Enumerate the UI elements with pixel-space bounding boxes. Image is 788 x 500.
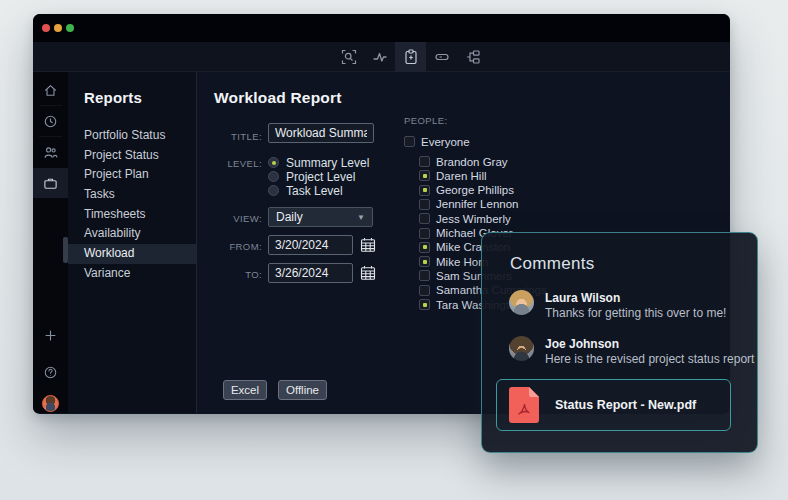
- report-list-item[interactable]: Portfolio Status: [68, 126, 196, 146]
- checkbox-label: Jennifer Lennon: [436, 198, 518, 210]
- person-checkbox-row[interactable]: Jennifer Lennon: [419, 198, 518, 211]
- comment-author-avatar: [509, 336, 534, 361]
- report-list-item[interactable]: Timesheets: [68, 205, 196, 225]
- home-icon[interactable]: [33, 75, 68, 105]
- report-list-item[interactable]: Project Status: [68, 146, 196, 166]
- comments-card: Comments Laura Wilson Thanks for getting…: [481, 232, 758, 453]
- comment-message-text: Here is the revised project status repor…: [545, 352, 754, 366]
- minimize-window-button[interactable]: [54, 24, 62, 32]
- app-toolbar: [33, 42, 730, 72]
- add-plus-icon[interactable]: [33, 320, 68, 350]
- excel-button[interactable]: Excel: [223, 380, 267, 400]
- comment-message-text: Thanks for getting this over to me!: [545, 306, 726, 320]
- checkbox[interactable]: [419, 285, 430, 296]
- checkbox[interactable]: [419, 199, 430, 210]
- checkbox[interactable]: [419, 270, 430, 281]
- checkbox[interactable]: [419, 156, 430, 167]
- toolbar-icon-group: [333, 42, 488, 72]
- checkbox[interactable]: [404, 136, 415, 147]
- desktop-background: Reports Portfolio Status Project Status …: [0, 0, 788, 500]
- report-list-item[interactable]: Project Plan: [68, 165, 196, 185]
- person-checkbox-row[interactable]: Brandon Gray: [419, 155, 508, 168]
- page-title: Workload Report: [214, 89, 342, 107]
- level-radio-row[interactable]: Task Level: [268, 185, 343, 197]
- checkbox-label: Everyone: [421, 136, 470, 148]
- from-field-label: FROM:: [202, 241, 262, 252]
- person-checkbox-row[interactable]: George Phillips: [419, 184, 514, 197]
- checkbox-label: Daren Hill: [436, 170, 487, 182]
- comments-title: Comments: [510, 254, 595, 274]
- area-search-icon[interactable]: [333, 42, 364, 72]
- radio-button[interactable]: [268, 157, 279, 168]
- checkbox[interactable]: [419, 228, 430, 239]
- work-briefcase-icon[interactable]: [33, 168, 68, 198]
- zoom-window-button[interactable]: [66, 24, 74, 32]
- radio-button[interactable]: [268, 171, 279, 182]
- to-date-input[interactable]: [268, 263, 353, 283]
- close-window-button[interactable]: [42, 24, 50, 32]
- checkbox[interactable]: [419, 213, 430, 224]
- attachment-card[interactable]: Status Report - New.pdf: [496, 379, 731, 431]
- view-dropdown[interactable]: Daily ▼: [268, 207, 373, 227]
- to-calendar-icon[interactable]: [360, 265, 376, 281]
- checkbox[interactable]: [419, 170, 430, 181]
- radio-label: Task Level: [286, 184, 343, 198]
- person-checkbox-row[interactable]: Jess Wimberly: [419, 212, 511, 225]
- level-radio-row[interactable]: Summary Level: [268, 157, 369, 169]
- people-section-label: PEOPLE:: [404, 115, 447, 126]
- checkbox[interactable]: [419, 185, 430, 196]
- radio-label: Project Level: [286, 170, 355, 184]
- checkbox-label: George Phillips: [436, 184, 514, 196]
- to-field-label: TO:: [202, 269, 262, 280]
- report-list-item[interactable]: Tasks: [68, 185, 196, 205]
- people-icon[interactable]: [33, 137, 68, 167]
- comment-author-name: Laura Wilson: [545, 291, 620, 305]
- from-calendar-icon[interactable]: [360, 237, 376, 253]
- report-title-input[interactable]: [268, 123, 374, 143]
- offline-button[interactable]: Offline: [278, 380, 327, 400]
- view-dropdown-value: Daily: [276, 210, 303, 224]
- help-icon[interactable]: [33, 357, 68, 387]
- workflow-icon[interactable]: [457, 42, 488, 72]
- reports-panel: Reports Portfolio Status Project Status …: [68, 72, 197, 413]
- title-field-label: TITLE:: [202, 131, 262, 142]
- report-list-item[interactable]: Variance: [68, 264, 196, 284]
- link-icon[interactable]: [426, 42, 457, 72]
- user-avatar[interactable]: [42, 395, 59, 412]
- radio-label: Summary Level: [286, 156, 369, 170]
- checkbox[interactable]: [419, 242, 430, 253]
- comment-author-name: Joe Johnson: [545, 337, 619, 351]
- view-field-label: VIEW:: [202, 213, 262, 224]
- checkbox-label: Brandon Gray: [436, 156, 508, 168]
- checkbox[interactable]: [419, 256, 430, 267]
- chevron-down-icon: ▼: [357, 213, 365, 222]
- nav-rail: [33, 72, 68, 413]
- level-field-label: LEVEL:: [202, 158, 262, 169]
- pdf-file-icon: [509, 387, 539, 423]
- reports-list: Portfolio Status Project Status Project …: [68, 126, 196, 284]
- checkbox[interactable]: [419, 299, 430, 310]
- radio-button[interactable]: [268, 185, 279, 196]
- reports-panel-title: Reports: [84, 89, 142, 106]
- comment-author-avatar: [509, 290, 534, 315]
- checkbox-label: Jess Wimberly: [436, 213, 511, 225]
- history-clock-icon[interactable]: [33, 106, 68, 136]
- report-list-item[interactable]: Workload: [68, 244, 196, 264]
- person-checkbox-row[interactable]: Daren Hill: [419, 169, 487, 182]
- person-checkbox-row[interactable]: Mike Horn: [419, 255, 488, 268]
- report-list-item[interactable]: Availability: [68, 224, 196, 244]
- report-icon[interactable]: [395, 42, 426, 72]
- level-radio-row[interactable]: Project Level: [268, 171, 355, 183]
- attachment-filename: Status Report - New.pdf: [555, 398, 696, 412]
- activity-icon[interactable]: [364, 42, 395, 72]
- everyone-checkbox-row[interactable]: Everyone: [404, 135, 470, 148]
- window-titlebar: [33, 14, 730, 42]
- from-date-input[interactable]: [268, 235, 353, 255]
